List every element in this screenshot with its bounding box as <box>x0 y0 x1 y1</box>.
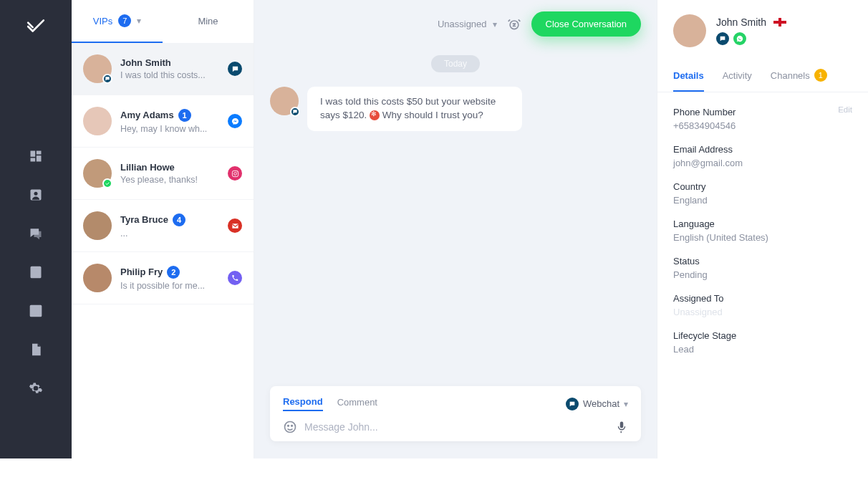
webchat-icon <box>566 398 579 410</box>
messenger-icon <box>228 114 242 128</box>
detail-tab-channels[interactable]: Channels 1 <box>771 62 827 92</box>
conversation-preview: Yes please, thanks! <box>120 175 219 185</box>
chevron-down-icon: ▾ <box>624 399 628 409</box>
unread-badge: 2 <box>167 266 180 279</box>
avatar <box>83 264 112 292</box>
day-separator: Today <box>431 55 480 72</box>
svg-rect-12 <box>35 309 37 315</box>
emoji-icon[interactable] <box>283 420 297 434</box>
conversation-header: Unassigned ▾ Close Conversation <box>254 0 657 48</box>
avatar <box>83 211 112 240</box>
field-value: +65834904546 <box>673 120 852 131</box>
field-value: john@gmail.com <box>673 158 852 168</box>
inbox-tab-label: Mine <box>198 16 218 27</box>
channel-count-badge: 1 <box>814 69 827 82</box>
message-input[interactable] <box>304 421 608 433</box>
assign-label: Unassigned <box>438 19 487 29</box>
svg-point-19 <box>288 426 289 427</box>
inbox-tab-vips[interactable]: VIPs 7 ▾ <box>72 0 163 43</box>
message-text-post: Why should I trust you? <box>380 110 483 120</box>
snooze-icon[interactable] <box>507 17 521 32</box>
field-label: Assigned To <box>673 293 852 304</box>
message-avatar <box>270 87 299 115</box>
svg-point-15 <box>233 172 236 175</box>
conversation-preview: I was told this costs... <box>120 70 219 80</box>
detail-tab-details[interactable]: Details <box>673 62 704 92</box>
field-value: Unassigned <box>673 307 852 317</box>
close-conversation-button[interactable]: Close Conversation <box>531 11 641 37</box>
viber-icon <box>228 271 242 285</box>
field-label: Status <box>673 256 852 266</box>
conversation-name: Tyra Bruce <box>120 214 168 225</box>
instagram-icon <box>228 166 242 181</box>
unread-badge: 1 <box>178 109 191 122</box>
field-label: Language <box>673 218 852 229</box>
field-value: England <box>673 195 852 206</box>
field-value: Lead <box>673 344 852 355</box>
swearing-emoji-icon <box>370 110 380 120</box>
field-value: English (United States) <box>673 232 852 243</box>
conversation-name: John Smith <box>120 57 171 68</box>
composer-channel-select[interactable]: Webchat ▾ <box>566 398 628 410</box>
conversation-list-item[interactable]: Philip Fry 2 Is it possible for me... <box>72 252 254 304</box>
svg-rect-11 <box>33 312 34 314</box>
svg-point-5 <box>34 192 38 196</box>
webchat-icon <box>102 74 112 84</box>
composer-tab-respond[interactable]: Respond <box>283 396 323 411</box>
inbox-tab-mine[interactable]: Mine <box>163 0 254 43</box>
detail-tabs: Details Activity Channels 1 <box>657 62 868 92</box>
webchat-icon <box>290 107 300 117</box>
conversation-preview: Is it possible for me... <box>120 281 219 291</box>
conversation-list-item[interactable]: Amy Adams 1 Hey, may I know wh... <box>72 95 254 148</box>
webchat-icon <box>228 62 242 76</box>
conversation-preview: ... <box>120 229 219 239</box>
svg-rect-3 <box>31 158 36 162</box>
flag-england-icon <box>773 18 786 27</box>
svg-point-18 <box>285 422 296 433</box>
nav-dashboard-icon[interactable] <box>29 149 43 163</box>
field-value: Pending <box>673 269 852 280</box>
composer: Respond Comment Webchat ▾ <box>270 386 641 441</box>
nav-messages-icon[interactable] <box>29 226 43 241</box>
svg-point-16 <box>236 171 237 172</box>
nav-contacts-icon[interactable] <box>29 188 43 202</box>
svg-rect-13 <box>38 310 39 314</box>
nav-files-icon[interactable] <box>29 342 43 357</box>
field-label: Email Address <box>673 144 852 155</box>
svg-point-20 <box>291 426 293 427</box>
detail-tab-activity[interactable]: Activity <box>723 62 752 92</box>
unread-badge: 4 <box>173 213 185 226</box>
svg-rect-2 <box>37 155 42 161</box>
side-nav <box>0 0 72 458</box>
microphone-icon[interactable] <box>615 421 628 433</box>
assign-dropdown[interactable]: Unassigned ▾ <box>438 19 497 29</box>
details-panel: John Smith Details Activity Channels 1 E… <box>657 0 868 458</box>
nav-forms-icon[interactable] <box>29 265 43 279</box>
conversation-panel: Unassigned ▾ Close Conversation Today I … <box>254 0 657 458</box>
avatar <box>83 107 112 135</box>
conversation-name: Amy Adams <box>120 110 174 120</box>
conversation-list-item[interactable]: Tyra Bruce 4 ... <box>72 200 254 252</box>
webchat-icon <box>716 32 729 45</box>
conversation-name: Lillian Howe <box>120 162 175 173</box>
conversation-preview: Hey, may I know wh... <box>120 124 219 134</box>
contact-header: John Smith <box>657 0 868 54</box>
detail-tab-label: Channels <box>771 70 810 81</box>
avatar <box>83 159 112 188</box>
message-row: I was told this costs $50 but your websi… <box>270 87 641 131</box>
message-list: I was told this costs $50 but your websi… <box>254 87 657 378</box>
chevron-down-icon: ▾ <box>493 19 497 29</box>
message-bubble: I was told this costs $50 but your websi… <box>307 87 522 131</box>
nav-reports-icon[interactable] <box>29 304 43 318</box>
whatsapp-icon <box>733 32 746 45</box>
inbox-tabs: VIPs 7 ▾ Mine <box>72 0 254 43</box>
inbox-tab-count: 7 <box>118 14 131 27</box>
conversation-list-item[interactable]: John Smith I was told this costs... <box>72 43 254 95</box>
composer-tabs: Respond Comment Webchat ▾ <box>283 396 628 411</box>
conversation-list-item[interactable]: Lillian Howe Yes please, thanks! <box>72 148 254 200</box>
nav-settings-icon[interactable] <box>29 381 43 395</box>
svg-rect-0 <box>31 151 36 157</box>
inbox-column: VIPs 7 ▾ Mine John Smith I was told this… <box>72 0 254 458</box>
field-label: Phone Number <box>673 107 852 117</box>
composer-tab-comment[interactable]: Comment <box>337 397 377 410</box>
